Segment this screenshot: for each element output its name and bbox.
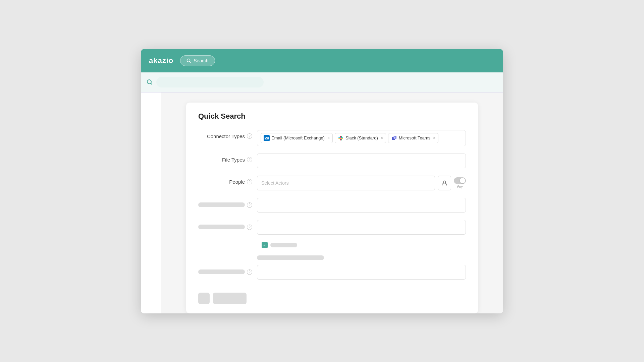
checkbox[interactable]: ✓ [262, 242, 268, 248]
checkmark-icon: ✓ [263, 243, 266, 247]
skeleton-help-1[interactable]: ? [247, 202, 252, 208]
svg-rect-15 [341, 138, 343, 139]
connector-types-help-icon[interactable]: ? [247, 133, 252, 139]
people-field-wrap: Select Actors [257, 176, 466, 190]
file-types-label: File Types [222, 157, 245, 163]
quick-search-panel: Quick Search Connector Types ? [186, 103, 478, 313]
skeleton-input-3[interactable] [257, 265, 466, 280]
sidebar [141, 93, 161, 313]
connector-types-label-wrap: Connector Types ? [198, 130, 257, 139]
svg-line-3 [151, 83, 152, 85]
search-button[interactable]: Search [180, 55, 215, 66]
skeleton-row-1: ? [198, 198, 466, 213]
top-bar: akazio Search [141, 49, 503, 72]
sidebar-search-icon [146, 79, 153, 85]
svg-rect-14 [338, 138, 340, 139]
select-actors-input[interactable]: Select Actors [257, 176, 435, 190]
tag-teams-label: Microsoft Teams [399, 135, 430, 140]
skeleton-label-3: ? [198, 269, 257, 275]
user-icon [441, 180, 447, 186]
tag-slack-close[interactable]: × [381, 136, 383, 140]
svg-rect-10 [338, 137, 340, 138]
skeleton-section-row [198, 255, 466, 260]
checkbox-row: ✓ [198, 242, 466, 248]
slack-icon [338, 135, 344, 141]
footer-btn-small[interactable] [198, 293, 210, 304]
people-label-wrap: People ? [198, 176, 257, 185]
skeleton-input-2[interactable] [257, 220, 466, 235]
toggle-wrap: Any [454, 177, 466, 188]
people-label: People [229, 179, 245, 185]
skeleton-input-1[interactable] [257, 198, 466, 213]
tag-teams[interactable]: T Microsoft Teams × [388, 133, 438, 143]
skeleton-field-3 [257, 265, 466, 280]
content-area: Quick Search Connector Types ? [141, 93, 503, 313]
file-types-input[interactable] [257, 154, 466, 168]
connector-types-row: Connector Types ? [198, 130, 466, 146]
skeleton-help-3[interactable]: ? [247, 269, 252, 275]
tag-exchange-close[interactable]: × [327, 136, 330, 140]
file-types-label-wrap: File Types ? [198, 154, 257, 163]
skeleton-section-label [257, 255, 324, 260]
secondary-bar [141, 72, 503, 93]
skeleton-row-3: ? [198, 265, 466, 280]
skeleton-field-2 [257, 220, 466, 235]
people-row: People ? Select Actors [198, 176, 466, 190]
connector-types-tags[interactable]: Email (Microsoft Exchange) × [257, 130, 466, 146]
app-logo: akazio [149, 56, 173, 65]
tag-exchange-label: Email (Microsoft Exchange) [271, 135, 325, 140]
skeleton-bar-2 [198, 225, 245, 229]
actor-icon-button[interactable] [438, 176, 451, 190]
file-types-field [257, 154, 466, 168]
file-types-help-icon[interactable]: ? [247, 157, 252, 162]
teams-icon: T [391, 135, 397, 141]
form-footer [198, 287, 466, 304]
skeleton-help-2[interactable]: ? [247, 225, 252, 230]
skeleton-bar-3 [198, 269, 245, 274]
checkbox-label-skeleton [270, 243, 297, 247]
skeleton-label-1: ? [198, 202, 257, 208]
tag-slack-label: Slack (Standard) [345, 135, 378, 140]
panel-title: Quick Search [198, 112, 466, 121]
svg-rect-12 [341, 136, 342, 138]
select-actors-placeholder: Select Actors [261, 180, 289, 186]
skeleton-section-area [257, 255, 466, 260]
toggle-label: Any [457, 185, 463, 188]
toggle-knob [460, 178, 465, 183]
file-types-row: File Types ? [198, 154, 466, 168]
svg-text:T: T [394, 137, 395, 139]
tag-teams-close[interactable]: × [433, 136, 435, 140]
skeleton-bar-1 [198, 202, 245, 207]
exchange-icon [264, 135, 270, 141]
connector-types-field[interactable]: Email (Microsoft Exchange) × [257, 130, 466, 146]
people-toggle[interactable] [454, 177, 466, 184]
search-icon [186, 58, 191, 63]
footer-btn-large[interactable] [213, 293, 247, 304]
main-content: Quick Search Connector Types ? [161, 93, 503, 313]
svg-line-1 [190, 61, 191, 63]
skeleton-label-2: ? [198, 225, 257, 230]
connector-types-label: Connector Types [207, 133, 245, 139]
tag-slack[interactable]: Slack (Standard) × [335, 133, 386, 143]
search-input-wrap [156, 77, 264, 87]
search-input[interactable] [156, 77, 264, 87]
tag-exchange[interactable]: Email (Microsoft Exchange) × [261, 133, 333, 143]
browser-window: akazio Search Quick Sea [141, 49, 503, 313]
people-help-icon[interactable]: ? [247, 179, 252, 184]
skeleton-row-2: ? [198, 220, 466, 235]
skeleton-field-1 [257, 198, 466, 213]
people-field: Select Actors [257, 176, 466, 190]
